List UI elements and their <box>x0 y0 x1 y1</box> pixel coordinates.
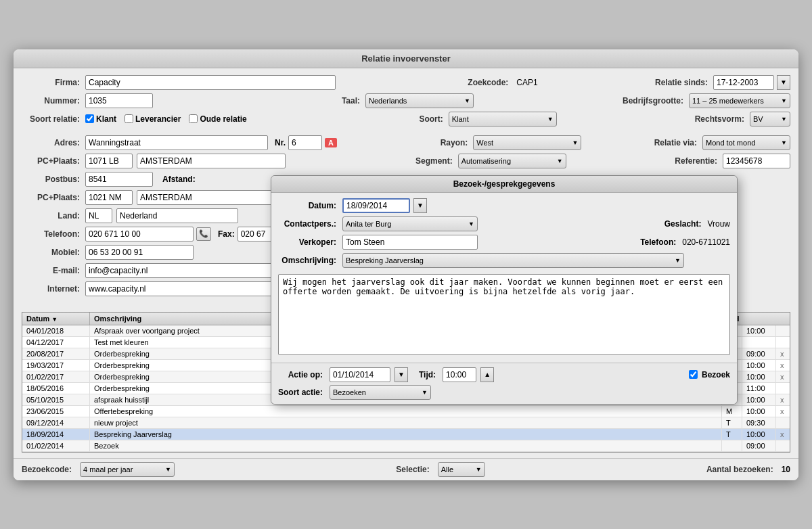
modal-textarea[interactable]: Wij mogen het jaarverslag ook dit jaar m… <box>278 274 730 355</box>
taal-label: Taal: <box>302 96 363 106</box>
rechtsvorm-label: Rechtsvorm: <box>695 114 747 124</box>
pc2-input[interactable] <box>85 190 133 205</box>
relatie-sinds-calendar-btn[interactable]: ▼ <box>777 75 790 90</box>
leverancier-checkbox[interactable] <box>125 114 133 123</box>
modal-tijd-input[interactable] <box>443 367 476 382</box>
table-cell-v: M <box>722 406 742 417</box>
table-cell-tijd: 09:00 <box>742 348 776 359</box>
window-titlebar: Relatie invoervenster <box>14 49 798 68</box>
table-cell-datum: 04/01/2018 <box>22 325 90 336</box>
modal-soort-actie-label: Soort actie: <box>278 388 325 397</box>
table-row[interactable]: 01/02/2014Bezoek09:00 <box>22 440 790 452</box>
table-cell-tijd: 10:00 <box>742 325 776 336</box>
mobiel-input[interactable] <box>85 245 194 260</box>
modal-title: Bezoek-/gesprekgegevens <box>453 179 556 189</box>
modal-tijd-cal-btn[interactable]: ▲ <box>480 367 494 382</box>
modal-contactpers-label: Contactpers.: <box>278 219 339 229</box>
aantal-bezoeken-value: 10 <box>782 465 790 474</box>
modal-tijd-label: Tijd: <box>419 370 436 380</box>
table-cell-tijd: 09:30 <box>742 417 776 428</box>
table-cell-delete[interactable]: x <box>776 360 790 371</box>
postbus-label: Postbus: <box>22 175 83 184</box>
table-cell-tijd: 10:00 <box>742 394 776 405</box>
nr-label: Nr. <box>275 138 286 147</box>
table-row[interactable]: 18/09/2014Bespreking JaarverslagT10:00x <box>22 429 790 440</box>
segment-dropdown[interactable]: Automatisering ▼ <box>458 154 566 168</box>
nummer-label: Nummer: <box>22 96 83 106</box>
bezoekcode-dropdown[interactable]: 4 maal per jaar ▼ <box>80 462 175 477</box>
selectie-arrow-icon: ▼ <box>476 466 482 473</box>
nummer-input[interactable] <box>85 93 153 108</box>
rayon-arrow-icon: ▼ <box>572 139 578 146</box>
modal-datum-cal-btn[interactable]: ▼ <box>413 198 427 213</box>
modal-bezoek-checkbox[interactable] <box>689 370 698 379</box>
firma-input[interactable] <box>85 75 336 90</box>
referentie-input[interactable] <box>723 154 790 168</box>
plaats-input[interactable] <box>137 154 286 168</box>
table-row[interactable]: 09/12/2014nieuw projectT09:30 <box>22 417 790 429</box>
taal-dropdown[interactable]: Nederlands ▼ <box>365 93 474 108</box>
aantal-bezoeken-label: Aantal bezoeken: <box>706 465 776 474</box>
klant-checkbox[interactable] <box>85 114 94 123</box>
table-row[interactable]: 23/06/2015OffertebesprekingM10:00x <box>22 406 790 417</box>
modal-soort-actie-dropdown[interactable]: Bezoeken ▼ <box>330 385 431 400</box>
segment-label: Segment: <box>394 156 455 166</box>
leverancier-checkbox-label[interactable]: Leverancier <box>125 114 181 124</box>
table-cell-delete[interactable]: x <box>776 429 790 440</box>
table-cell-datum: 05/10/2015 <box>22 394 90 405</box>
table-cell-delete[interactable]: x <box>776 348 790 359</box>
land-code-input[interactable] <box>85 208 112 223</box>
modal-telefoon-label: Telefoon: <box>640 237 676 247</box>
table-cell-tijd: 10:00 <box>742 371 776 382</box>
modal-omschrijving-dropdown[interactable]: Bespreking Jaarverslag ▼ <box>342 253 684 268</box>
selectie-dropdown[interactable]: Alle ▼ <box>438 462 485 477</box>
table-cell-v: T <box>722 429 742 440</box>
adres-input[interactable] <box>85 135 268 150</box>
zoekcode-value: CAP1 <box>514 78 540 87</box>
adres-label: Adres: <box>22 138 83 147</box>
modal-verkoper-input[interactable] <box>342 235 478 250</box>
afstand-label: Afstand: <box>162 175 196 184</box>
soort2-dropdown[interactable]: Klant ▼ <box>449 112 557 127</box>
table-cell-v: T <box>722 417 742 428</box>
modal-titlebar: Bezoek-/gesprekgegevens <box>271 176 737 193</box>
relatie-via-dropdown[interactable]: Mond tot mond ▼ <box>702 135 790 150</box>
land-name-input[interactable] <box>116 208 238 223</box>
table-cell-tijd: 11:00 <box>742 383 776 394</box>
rechtsvorm-dropdown[interactable]: BV ▼ <box>750 112 790 127</box>
soort2-arrow-icon: ▼ <box>547 116 554 122</box>
rayon-dropdown[interactable]: West ▼ <box>473 135 581 150</box>
oude-relatie-checkbox-label[interactable]: Oude relatie <box>189 114 246 124</box>
klant-checkbox-label[interactable]: Klant <box>85 114 116 124</box>
postbus-input[interactable] <box>85 172 153 187</box>
email-input[interactable] <box>85 263 275 278</box>
telefoon-call-btn[interactable]: 📞 <box>196 227 211 241</box>
internet-input[interactable] <box>85 281 275 296</box>
table-cell-delete <box>776 383 790 394</box>
table-cell-datum: 23/06/2015 <box>22 406 90 417</box>
bedrijfsgrootte-label: Bedrijfsgrootte: <box>623 96 686 106</box>
plaats2-input[interactable] <box>137 190 286 205</box>
modal-actie-op-input[interactable] <box>330 367 390 382</box>
table-cell-tijd: 10:00 <box>742 429 776 440</box>
table-cell-delete <box>776 325 790 336</box>
pc-input[interactable] <box>85 154 133 168</box>
table-cell-delete[interactable]: x <box>776 394 790 405</box>
table-cell-delete[interactable]: x <box>776 406 790 417</box>
modal-contactpers-dropdown[interactable]: Anita ter Burg ▼ <box>342 216 478 231</box>
nr-input[interactable] <box>288 135 322 150</box>
telefoon-input[interactable] <box>85 227 194 242</box>
table-cell-delete[interactable]: x <box>776 371 790 382</box>
bedrijfsgrootte-dropdown[interactable]: 11 – 25 medewerkers ▼ <box>689 93 790 108</box>
modal-actie-op-cal-btn[interactable]: ▼ <box>394 367 408 382</box>
pc-plaats-label: PC+Plaats: <box>22 156 83 166</box>
col-datum-header[interactable]: Datum ▼ <box>22 313 90 325</box>
modal-datum-input[interactable] <box>342 198 410 213</box>
bezoekcode-label: Bezoekcode: <box>22 465 74 474</box>
table-cell-datum: 09/12/2014 <box>22 417 90 428</box>
modal-soort-actie-arrow-icon: ▼ <box>422 389 428 396</box>
modal-verkoper-label: Verkoper: <box>278 237 339 247</box>
oude-relatie-checkbox[interactable] <box>189 114 198 123</box>
table-cell-omschrijving: Bespreking Jaarverslag <box>90 429 722 440</box>
relatie-sinds-input[interactable] <box>713 75 774 90</box>
